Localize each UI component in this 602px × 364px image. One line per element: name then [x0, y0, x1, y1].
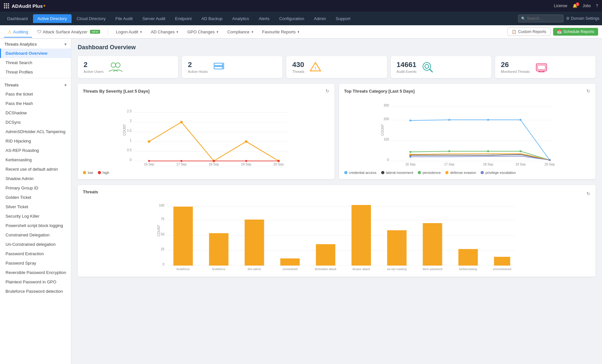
- sidebar-item-password-spray[interactable]: Password Spray: [0, 258, 71, 268]
- legend-lateral: lateral movement: [381, 171, 413, 175]
- subnav-compliance[interactable]: Compliance ▾: [223, 27, 257, 37]
- sidebar-item-adminsd[interactable]: AdminSDHolder ACL Tampering: [0, 127, 71, 136]
- tab-support[interactable]: Support: [331, 14, 355, 23]
- sidebar-item-pass-ticket[interactable]: Pass the ticket: [0, 89, 71, 99]
- sidebar-item-pass-hash[interactable]: Pass the Hash: [0, 99, 71, 108]
- svg-text:constrained: constrained: [282, 267, 298, 271]
- sidebar-item-kerberoasting[interactable]: Kerberoasting: [0, 155, 71, 165]
- tab-endpoint[interactable]: Endpoint: [171, 14, 196, 23]
- severity-chart-svg: 0 0.5 1 1.5 2 2.5 COUNT 16 Sep: [83, 97, 329, 168]
- collapse-icon[interactable]: ▾: [64, 42, 66, 47]
- chart-severity-refresh[interactable]: ↻: [325, 88, 329, 94]
- stat-active-hosts-info: 2 Active Hosts: [188, 61, 208, 74]
- tab-server-audit[interactable]: Server Audit: [138, 14, 170, 23]
- app-name: ADAudit Plus: [12, 3, 43, 9]
- sidebar-item-dashboard-overview[interactable]: Dashboard Overview: [0, 49, 71, 58]
- dropdown-arrow: ▾: [217, 30, 218, 34]
- tab-file-audit[interactable]: File Audit: [111, 14, 137, 23]
- stat-active-hosts-number: 2: [188, 61, 208, 69]
- tab-active-directory[interactable]: Active Directory: [33, 14, 72, 23]
- tab-admin[interactable]: Admin: [310, 14, 331, 23]
- sidebar-item-plaintext-pw[interactable]: Plaintext Password in GPO: [0, 277, 71, 287]
- sidebar-item-threat-search[interactable]: Threat Search: [0, 58, 71, 67]
- subnav-gpo-changes[interactable]: GPO Changes ▾: [183, 27, 222, 37]
- search-input[interactable]: [527, 16, 562, 21]
- svg-text:19 Sep: 19 Sep: [515, 163, 526, 166]
- sidebar-item-asrep[interactable]: AS-REP Roasting: [0, 146, 71, 155]
- tab-alerts[interactable]: Alerts: [254, 14, 274, 23]
- sidebar-item-default-admin[interactable]: Recent use of default admin: [0, 165, 71, 174]
- sidebar-item-golden-ticket[interactable]: Golden Ticket: [0, 193, 71, 202]
- stat-audit-events-label: Audit Events: [397, 70, 417, 74]
- svg-point-0: [111, 63, 116, 67]
- sidebar-item-shadow-admin[interactable]: Shadow Admin: [0, 174, 71, 183]
- stat-active-users-label: Active Users: [84, 70, 104, 74]
- svg-point-63: [409, 151, 411, 153]
- subnav-logon-audit[interactable]: Logon Audit ▾: [112, 27, 146, 37]
- legend-privilege: privilege escalation: [481, 171, 516, 175]
- sidebar-item-dcshadow[interactable]: DCShadow: [0, 108, 71, 118]
- sidebar-item-powershell[interactable]: Powershell script block logging: [0, 221, 71, 230]
- tab-cloud-directory[interactable]: Cloud Directory: [72, 14, 110, 23]
- sidebar-item-password-extraction[interactable]: Password Extraction: [0, 249, 71, 258]
- svg-text:18 Sep: 18 Sep: [209, 163, 219, 166]
- sidebar-item-threat-profiles[interactable]: Threat Profiles: [0, 67, 71, 77]
- sidebar-item-dcsync[interactable]: DCSync: [0, 118, 71, 127]
- svg-text:0.5: 0.5: [127, 148, 131, 152]
- subnav-attack-surface[interactable]: 🛡 Attack Surface Analyzer NEW: [33, 27, 104, 37]
- sidebar-item-reversible-pw[interactable]: Reversible Password Encryption: [0, 268, 71, 277]
- svg-text:bruteforce: bruteforce: [212, 267, 225, 271]
- svg-text:dsrm password: dsrm password: [423, 267, 442, 271]
- tab-ad-backup[interactable]: AD Backup: [197, 14, 227, 23]
- legend-persistence-dot: [418, 171, 421, 174]
- svg-point-66: [519, 150, 521, 152]
- sidebar-item-silver-ticket[interactable]: Silver Ticket: [0, 202, 71, 211]
- content-area: Dashboard Overview 2 Active Users: [71, 39, 602, 364]
- domain-settings-btn[interactable]: ⚙ Domain Settings: [566, 16, 599, 21]
- chart-top-refresh[interactable]: ↻: [586, 88, 590, 94]
- svg-text:17 Sep: 17 Sep: [176, 163, 187, 166]
- threats-collapse-icon[interactable]: ▾: [64, 83, 66, 87]
- sidebar-item-unconstrained[interactable]: Un-Constrained delegation: [0, 240, 71, 249]
- sidebar-item-rid[interactable]: RID Hijacking: [0, 136, 71, 146]
- svg-point-32: [148, 140, 150, 143]
- sidebar-item-constrained[interactable]: Constrained Delegation: [0, 230, 71, 240]
- help-icon[interactable]: ?: [596, 4, 598, 8]
- sidebar-item-security-log[interactable]: Security Log Killer: [0, 211, 71, 221]
- tab-analytics[interactable]: Analytics: [228, 14, 254, 23]
- svg-point-65: [487, 150, 489, 152]
- subnav-auditing[interactable]: ⚠ Auditing: [4, 27, 32, 38]
- svg-point-64: [448, 150, 450, 152]
- search-box[interactable]: 🔍: [518, 15, 563, 22]
- license-link[interactable]: License: [554, 4, 567, 8]
- top-bar-left: ADAudit Plus ✦: [4, 3, 46, 9]
- shield-icon: 🛡: [37, 29, 41, 34]
- tab-configuration[interactable]: Configuration: [275, 14, 309, 23]
- grid-icon[interactable]: [4, 3, 9, 8]
- svg-text:16 Sep: 16 Sep: [405, 163, 415, 166]
- sidebar-item-bruteforce[interactable]: Bruteforce Password detection: [0, 287, 71, 296]
- subnav-favourite-reports[interactable]: Favourite Reports ▾: [258, 27, 303, 37]
- bar-chart-refresh[interactable]: ↻: [586, 191, 590, 196]
- jobs-link[interactable]: Jobs: [583, 4, 591, 8]
- legend-low-dot: [83, 171, 86, 174]
- legend-credential-label: credential access: [349, 171, 377, 175]
- stat-active-hosts: 2 Active Hosts: [182, 56, 282, 78]
- bar-unconstrained: [494, 257, 510, 266]
- svg-point-33: [180, 121, 183, 123]
- stat-threats-label: Threats: [292, 70, 304, 74]
- stat-threats-number: 430: [292, 61, 304, 69]
- tab-dashboard[interactable]: Dashboard: [3, 14, 32, 23]
- subnav-ad-changes[interactable]: AD Changes ▾: [147, 27, 182, 37]
- svg-point-71: [549, 159, 551, 161]
- top-threats-chart-svg: 0 100 200 300 COUNT 16 Sep 17 Sep 18 Sep…: [344, 97, 591, 168]
- sidebar-item-primary-group[interactable]: Primary Group ID: [0, 183, 71, 193]
- chart-severity-title: Threats By Severity [Last 5 Days]: [83, 89, 150, 94]
- active-users-icon: [109, 62, 122, 72]
- sidebar: Threats Analytics ▾ Dashboard Overview T…: [0, 39, 71, 364]
- custom-reports-label: Custom Reports: [518, 29, 546, 34]
- search-icon: 🔍: [521, 17, 526, 21]
- bell-icon[interactable]: 🔔 1: [573, 4, 577, 8]
- custom-reports-btn[interactable]: 📋 Custom Reports: [507, 28, 551, 36]
- schedule-reports-btn[interactable]: 📅 Schedule Reports: [553, 28, 598, 36]
